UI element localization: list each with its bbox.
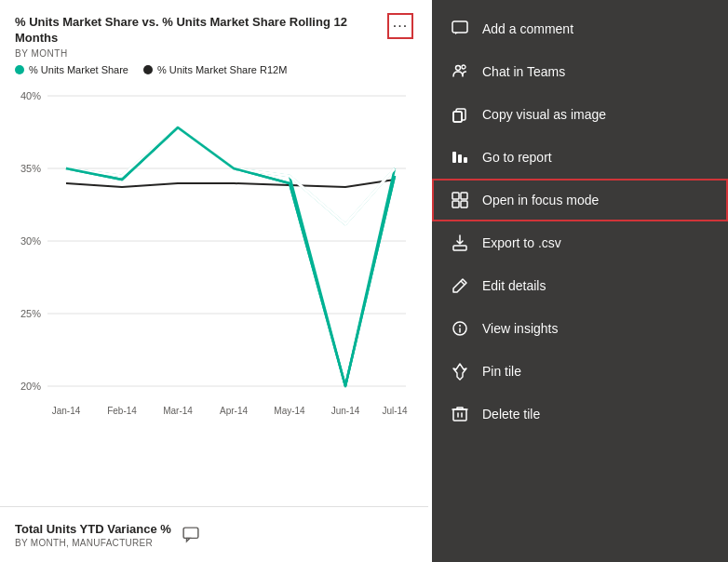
- legend-label-1: % Units Market Share: [29, 64, 128, 75]
- svg-rect-28: [461, 193, 467, 199]
- svg-rect-24: [452, 152, 456, 163]
- svg-text:40%: 40%: [20, 90, 41, 101]
- chart-title: % Units Market Share vs. % Units Market …: [15, 15, 417, 47]
- svg-text:Feb-14: Feb-14: [107, 406, 137, 416]
- svg-rect-35: [453, 409, 466, 421]
- svg-text:20%: 20%: [20, 381, 41, 392]
- svg-text:May-14: May-14: [274, 406, 305, 416]
- menu-label-go-report: Go to report: [482, 150, 552, 165]
- insights-icon: [451, 319, 469, 338]
- comment-icon: [451, 20, 469, 38]
- svg-rect-17: [183, 528, 198, 538]
- comment-icon: [182, 527, 199, 543]
- menu-item-edit-details[interactable]: Edit details: [432, 264, 728, 307]
- export-menu-icon: [451, 234, 469, 252]
- bottom-card-title: Total Units YTD Variance %: [15, 522, 171, 536]
- menu-label-view-insights: View insights: [482, 321, 558, 336]
- svg-text:Mar-14: Mar-14: [163, 406, 193, 416]
- menu-label-export-csv: Export to .csv: [482, 235, 561, 250]
- report-icon: [451, 148, 469, 167]
- delete-icon: [451, 405, 469, 423]
- context-menu: Add a comment Chat in Teams Copy visual …: [432, 0, 728, 562]
- svg-rect-22: [453, 112, 462, 122]
- svg-rect-31: [453, 246, 466, 250]
- menu-item-chat-teams[interactable]: Chat in Teams: [432, 50, 728, 93]
- svg-text:30%: 30%: [20, 235, 41, 247]
- svg-point-33: [459, 325, 461, 327]
- pin-icon: [451, 362, 469, 381]
- focus-menu-icon: [451, 191, 469, 209]
- bottom-card-text: Total Units YTD Variance % BY MONTH, MAN…: [15, 522, 171, 548]
- svg-text:25%: 25%: [20, 308, 41, 319]
- legend-label-2: % Units Market Share R12M: [157, 64, 287, 75]
- bottom-card: Total Units YTD Variance % BY MONTH, MAN…: [0, 506, 428, 562]
- line-chart: 40% 35% 30% 25% 20% Jan-14 Feb-14 Mar-14…: [15, 79, 415, 442]
- menu-label-chat-teams: Chat in Teams: [482, 64, 565, 79]
- menu-label-edit-details: Edit details: [482, 278, 546, 293]
- chart-panel: % Units Market Share vs. % Units Market …: [0, 0, 428, 562]
- copy-menu-icon: [451, 105, 469, 124]
- menu-item-focus-mode[interactable]: Open in focus mode: [432, 179, 728, 221]
- chart-legend: % Units Market Share % Units Market Shar…: [15, 64, 417, 75]
- menu-label-delete-tile: Delete tile: [482, 407, 540, 422]
- svg-rect-27: [452, 193, 459, 199]
- menu-item-go-report[interactable]: Go to report: [432, 136, 728, 179]
- chart-svg-wrapper: 40% 35% 30% 25% 20% Jan-14 Feb-14 Mar-14…: [15, 79, 417, 446]
- edit-menu-icon: [451, 276, 469, 295]
- bottom-card-subtitle: BY MONTH, MANUFACTURER: [15, 538, 171, 548]
- svg-rect-30: [461, 201, 467, 207]
- legend-item-1: % Units Market Share: [15, 64, 128, 75]
- svg-text:Jul-14: Jul-14: [382, 406, 408, 416]
- menu-item-view-insights[interactable]: View insights: [432, 307, 728, 350]
- svg-text:35%: 35%: [20, 163, 41, 174]
- svg-rect-26: [464, 157, 467, 163]
- more-options-button[interactable]: ···: [387, 13, 413, 39]
- menu-item-copy-visual[interactable]: Copy visual as image: [432, 93, 728, 136]
- svg-text:Apr-14: Apr-14: [220, 406, 248, 416]
- svg-text:Jan-14: Jan-14: [52, 406, 81, 416]
- menu-item-pin-tile[interactable]: Pin tile: [432, 350, 728, 393]
- teams-icon: [451, 62, 469, 81]
- svg-rect-29: [452, 201, 459, 207]
- pin-menu-icon: [451, 362, 469, 381]
- teams-menu-icon: [451, 62, 469, 81]
- edit-icon: [451, 276, 469, 295]
- chart-subtitle: BY MONTH: [15, 48, 417, 59]
- svg-rect-25: [458, 154, 462, 163]
- legend-dot-1: [15, 65, 24, 74]
- menu-item-export-csv[interactable]: Export to .csv: [432, 221, 728, 264]
- menu-label-add-comment: Add a comment: [482, 21, 573, 36]
- legend-dot-2: [143, 65, 153, 74]
- menu-item-add-comment[interactable]: Add a comment: [432, 7, 728, 50]
- menu-item-delete-tile[interactable]: Delete tile: [432, 393, 728, 435]
- svg-point-19: [456, 66, 461, 71]
- report-menu-icon: [451, 148, 469, 167]
- copy-icon: [451, 105, 469, 124]
- export-icon: [451, 234, 469, 252]
- comment-menu-icon: [451, 20, 469, 38]
- menu-label-focus-mode: Open in focus mode: [482, 193, 599, 207]
- svg-text:Jun-14: Jun-14: [331, 406, 360, 416]
- svg-rect-18: [452, 21, 467, 33]
- svg-point-20: [462, 65, 465, 69]
- menu-label-copy-visual: Copy visual as image: [482, 107, 606, 122]
- focus-icon: [451, 191, 469, 209]
- legend-item-2: % Units Market Share R12M: [143, 64, 287, 75]
- delete-menu-icon: [451, 405, 469, 423]
- insights-menu-icon: [451, 319, 469, 338]
- menu-label-pin-tile: Pin tile: [482, 364, 521, 379]
